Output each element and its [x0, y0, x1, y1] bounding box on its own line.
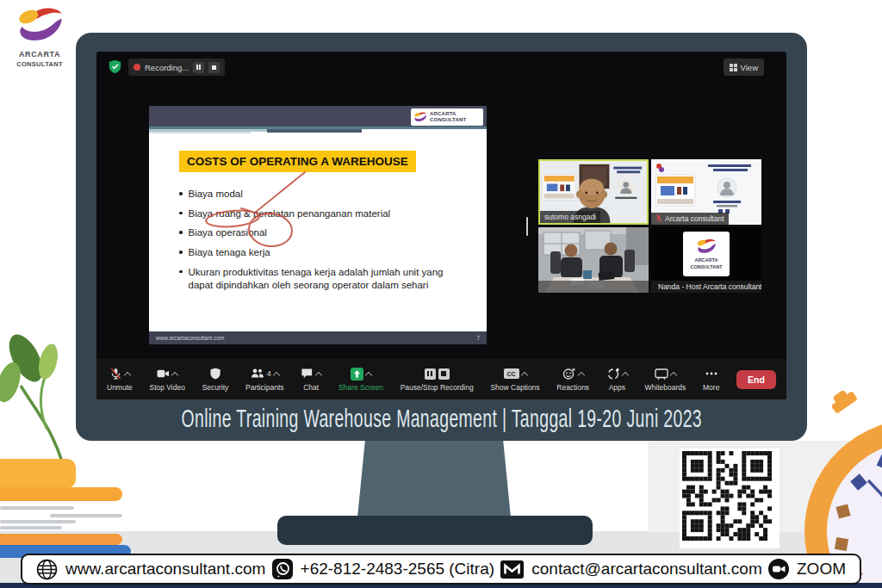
chevron-up-icon[interactable]: [315, 371, 322, 378]
toolbar-share-screen-button[interactable]: Share Screen: [339, 367, 383, 392]
view-label: View: [741, 63, 758, 72]
toolbar-more-button[interactable]: More: [703, 367, 719, 392]
shared-presentation-slide: ARCARTA CONSULTANT COSTS OF OPERATING A …: [149, 106, 487, 344]
grid-view-icon: [730, 64, 737, 71]
share-screen-icon: [351, 368, 363, 381]
website-contact: www.arcartaconsultant.com: [36, 559, 265, 580]
slide-title: COSTS OF OPERATING A WAREHOUSE: [179, 151, 416, 172]
chevron-up-icon[interactable]: [520, 371, 527, 378]
globe-icon: [36, 559, 58, 580]
arcarta-logo-card: ARCARTA CONSULTANT: [683, 232, 730, 276]
stop-icon[interactable]: [438, 368, 450, 380]
email-text: contact@arcartaconsultant.com: [531, 560, 761, 579]
chat-bubble-icon: [301, 367, 314, 381]
slide-footer: www.arcartaconsultant.com 7: [149, 331, 487, 344]
toolbar-participants-button[interactable]: 4 Participants: [245, 367, 283, 392]
muted-mic-icon: [655, 214, 662, 223]
recording-label: Recording...: [145, 63, 189, 72]
toolbar-security-button[interactable]: Security: [202, 367, 229, 392]
chevron-up-icon[interactable]: [273, 371, 280, 378]
slide-page-number: 7: [476, 335, 480, 341]
pause-icon[interactable]: [425, 368, 436, 380]
bullet-item: Ukuran produktivitas tenaga kerja adalah…: [189, 266, 466, 291]
participant-video: [538, 227, 649, 293]
paper-line: [0, 526, 62, 529]
chevron-up-icon[interactable]: [365, 371, 372, 378]
slide-logo-title: ARCARTA: [430, 111, 466, 117]
monitor-stand-neck: [357, 440, 511, 517]
video-tile[interactable]: [538, 227, 649, 293]
smiley-reactions-icon: [562, 367, 576, 381]
monitor: Recording... View: [76, 33, 807, 441]
bullet-item: Biaya modal: [189, 188, 243, 201]
end-meeting-button[interactable]: End: [736, 370, 776, 389]
cc-icon: CC: [504, 368, 519, 379]
brand-subtitle: CONSULTANT: [7, 60, 72, 68]
book-yellow-top: [0, 459, 76, 488]
paper-line: [50, 514, 122, 517]
toolbar-unmute-button[interactable]: Unmute: [107, 367, 133, 392]
phone-contact: +62-812-2483-2565 (Citra): [272, 559, 495, 579]
view-button[interactable]: View: [724, 59, 764, 76]
participant-name-label: sutomo asngadi: [540, 211, 600, 223]
bullet-item: Biaya ruang & peralatan penanganan mater…: [189, 207, 391, 220]
toolbar-pause-stop-recording-button[interactable]: Pause/Stop Recording: [401, 367, 474, 392]
platform-contact: ZOOM: [768, 559, 846, 579]
bullet-item: Biaya operasional: [189, 226, 267, 239]
video-tile[interactable]: Arcarta consultant: [651, 159, 761, 225]
participant-video-grid: sutomo asngadi: [538, 159, 761, 293]
chevron-up-icon[interactable]: [577, 371, 584, 378]
zoom-camera-icon: [768, 559, 789, 579]
zoom-window: Recording... View: [96, 52, 786, 399]
participant-count: 4: [267, 369, 271, 378]
recording-indicator: Recording...: [128, 59, 225, 76]
participants-icon: [251, 367, 264, 381]
email-contact: contact@arcartaconsultant.com: [500, 560, 761, 579]
apps-icon: [606, 367, 620, 381]
shield-icon: [209, 367, 222, 381]
zoom-toolbar: Unmute Stop Video: [96, 359, 786, 399]
participant-name-label: Nanda - Host Arcarta consultant: [651, 281, 761, 293]
toolbar-chat-button[interactable]: Chat: [301, 367, 321, 392]
participant-name-label: Arcarta consultant: [651, 213, 729, 225]
panel-divider-handle[interactable]: [526, 217, 528, 236]
chevron-up-icon[interactable]: [124, 371, 131, 378]
stop-recording-button[interactable]: [208, 62, 220, 73]
arcarta-logo-icon: [15, 7, 65, 46]
pause-recording-button[interactable]: [193, 62, 204, 73]
monitor-stand-base: [277, 516, 593, 545]
camera-icon: [157, 367, 170, 381]
video-tile-host[interactable]: ARCARTA CONSULTANT Nanda - Host Arcarta …: [651, 227, 761, 293]
slide-footer-url: www.arcartaconsultant.com: [156, 335, 224, 341]
brand-logo: ARCARTA CONSULTANT: [7, 7, 72, 68]
arcarta-logo-icon: [696, 238, 717, 256]
toolbar-reactions-button[interactable]: Reactions: [556, 367, 589, 392]
brand-title: ARCARTA: [7, 50, 72, 59]
platform-text: ZOOM: [797, 560, 846, 579]
toolbar-show-captions-button[interactable]: CC Show Captions: [490, 367, 539, 392]
slide-bullet-list: Biaya modal Biaya ruang & peralatan pena…: [179, 188, 465, 298]
promo-poster: ARCARTA CONSULTANT: [0, 0, 882, 588]
contact-bar: www.arcartaconsultant.com +62-812-2483-2…: [21, 554, 861, 585]
mic-muted-icon: [109, 367, 122, 381]
book-yellow-bottom: [0, 487, 122, 501]
chevron-up-icon[interactable]: [670, 371, 677, 378]
phone-text: +62-812-2483-2565 (Citra): [301, 560, 495, 579]
monitor-caption-bar: Online Training Warehouse Management | T…: [76, 401, 807, 436]
bullet-item: Biaya tenaga kerja: [189, 246, 270, 259]
toolbar-whiteboards-button[interactable]: Whiteboards: [645, 367, 686, 392]
whatsapp-icon: [272, 559, 293, 579]
paper-line: [0, 506, 74, 510]
email-icon: [500, 560, 524, 579]
training-caption: Online Training Warehouse Management | T…: [181, 404, 701, 433]
toolbar-apps-button[interactable]: Apps: [606, 367, 628, 392]
toolbar-stop-video-button[interactable]: Stop Video: [149, 367, 184, 392]
chevron-up-icon[interactable]: [622, 371, 629, 378]
paper-line: [0, 520, 76, 523]
video-tile-active-speaker[interactable]: sutomo asngadi: [538, 159, 649, 225]
arcarta-logo-icon: [413, 112, 427, 123]
slide-logo-subtitle: CONSULTANT: [430, 117, 466, 123]
chevron-up-icon[interactable]: [171, 371, 178, 378]
more-dots-icon: [705, 367, 718, 381]
whiteboard-icon: [655, 367, 668, 381]
